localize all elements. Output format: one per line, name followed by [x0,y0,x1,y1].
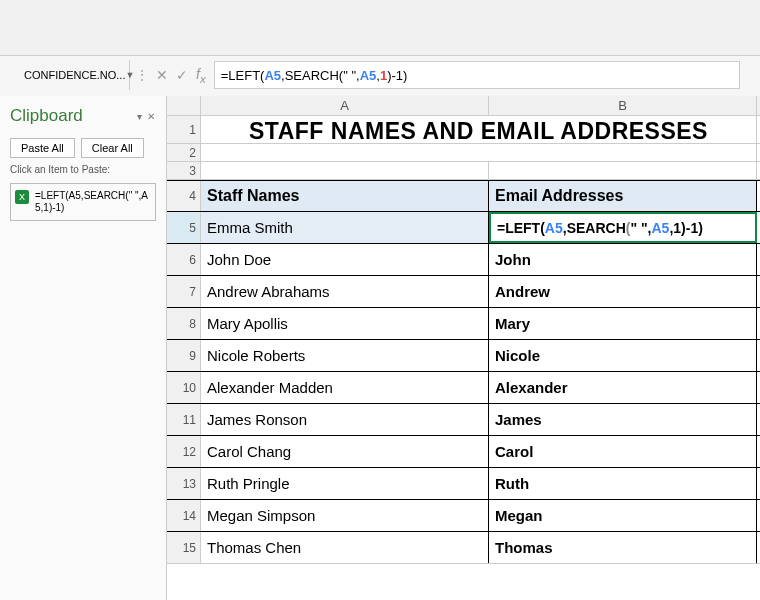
spreadsheet[interactable]: A B 1 STAFF NAMES AND EMAIL ADDRESSES 2 … [167,96,760,600]
cell-B3[interactable] [489,162,757,179]
table-row[interactable]: 5Emma Smith=LEFT(A5,SEARCH(" ",A5,1)-1) [167,212,760,244]
toolbar-area [0,0,760,56]
paste-all-button[interactable]: Paste All [10,138,75,158]
clipboard-title: Clipboard ▾ ✕ [10,106,156,126]
cell-staff-name[interactable]: Emma Smith [201,212,489,243]
clipboard-title-text: Clipboard [10,106,83,126]
cell-email[interactable]: =LEFT(A5,SEARCH(" ",A5,1)-1) [489,212,757,243]
row-2[interactable]: 2 [167,144,760,162]
table-row[interactable]: 11James RonsonJames [167,404,760,436]
row-header[interactable]: 9 [167,340,201,371]
row-header[interactable]: 15 [167,532,201,563]
pin-icon[interactable]: ▾ [137,111,143,122]
row-3[interactable]: 3 [167,162,760,180]
cell-email[interactable]: Mary [489,308,757,339]
clipboard-pane: Clipboard ▾ ✕ Paste All Clear All Click … [0,96,167,600]
cell-staff-name[interactable]: Carol Chang [201,436,489,467]
cell-email[interactable]: John [489,244,757,275]
formula-bar-buttons: ✕ ✓ fx [148,60,214,90]
cell-email[interactable]: Megan [489,500,757,531]
cell-email[interactable]: Andrew [489,276,757,307]
row-header[interactable]: 1 [167,116,201,143]
row-header[interactable]: 8 [167,308,201,339]
row-header[interactable]: 11 [167,404,201,435]
row-header[interactable]: 5 [167,212,201,243]
table-row[interactable]: 12Carol ChangCarol [167,436,760,468]
clipboard-item-text: =LEFT(A5,SEARCH(" ",A5,1)-1) [35,190,151,214]
clear-all-button[interactable]: Clear All [81,138,144,158]
row-header[interactable]: 14 [167,500,201,531]
row-1[interactable]: 1 STAFF NAMES AND EMAIL ADDRESSES [167,116,760,144]
excel-icon: X [15,190,29,204]
row-header[interactable]: 4 [167,181,201,211]
cell-email[interactable]: Carol [489,436,757,467]
row-header[interactable]: 7 [167,276,201,307]
close-clipboard-icon[interactable]: ✕ [147,111,156,122]
cell-staff-name[interactable]: Ruth Pringle [201,468,489,499]
title-cell[interactable]: STAFF NAMES AND EMAIL ADDRESSES [201,116,757,143]
header-email-addresses[interactable]: Email Addresses [489,181,757,211]
name-box[interactable]: CONFIDENCE.NO... ▼ [20,60,130,90]
cell-staff-name[interactable]: Alexander Madden [201,372,489,403]
accept-icon[interactable]: ✓ [176,67,188,83]
column-header-A[interactable]: A [201,96,489,115]
header-staff-names[interactable]: Staff Names [201,181,489,211]
cell-staff-name[interactable]: James Ronson [201,404,489,435]
cell-email[interactable]: Ruth [489,468,757,499]
blank-merged-cell[interactable] [201,144,757,161]
cancel-icon[interactable]: ✕ [156,67,168,83]
name-box-text: CONFIDENCE.NO... [24,69,125,81]
cell-email[interactable]: James [489,404,757,435]
cell-staff-name[interactable]: John Doe [201,244,489,275]
cell-staff-name[interactable]: Thomas Chen [201,532,489,563]
clipboard-item[interactable]: X =LEFT(A5,SEARCH(" ",A5,1)-1) [10,183,156,221]
select-all-corner[interactable] [167,96,201,115]
table-row[interactable]: 7Andrew AbrahamsAndrew [167,276,760,308]
cell-email[interactable]: Thomas [489,532,757,563]
cell-email[interactable]: Alexander [489,372,757,403]
column-header-B[interactable]: B [489,96,757,115]
row-header[interactable]: 3 [167,162,201,179]
cell-staff-name[interactable]: Mary Apollis [201,308,489,339]
cell-staff-name[interactable]: Andrew Abrahams [201,276,489,307]
row-header[interactable]: 2 [167,144,201,161]
cell-A3[interactable] [201,162,489,179]
table-row[interactable]: 15Thomas ChenThomas [167,532,760,564]
formula-bar-input[interactable]: =LEFT(A5,SEARCH(" ",A5,1)-1) [214,61,740,89]
cell-staff-name[interactable]: Megan Simpson [201,500,489,531]
row-header[interactable]: 12 [167,436,201,467]
row-header[interactable]: 6 [167,244,201,275]
row-header[interactable]: 10 [167,372,201,403]
cell-email[interactable]: Nicole [489,340,757,371]
clipboard-hint: Click an Item to Paste: [10,164,156,175]
row-header[interactable]: 13 [167,468,201,499]
dropdown-caret-icon[interactable]: ▼ [125,70,134,80]
fx-icon[interactable]: fx [196,66,206,85]
table-row[interactable]: 13Ruth PringleRuth [167,468,760,500]
row-4[interactable]: 4 Staff Names Email Addresses [167,180,760,212]
table-row[interactable]: 6John DoeJohn [167,244,760,276]
table-row[interactable]: 10Alexander MaddenAlexander [167,372,760,404]
vertical-ellipsis-icon[interactable]: ⋮ [136,68,148,82]
table-row[interactable]: 9Nicole RobertsNicole [167,340,760,372]
cell-staff-name[interactable]: Nicole Roberts [201,340,489,371]
table-row[interactable]: 8Mary ApollisMary [167,308,760,340]
table-row[interactable]: 14Megan SimpsonMegan [167,500,760,532]
